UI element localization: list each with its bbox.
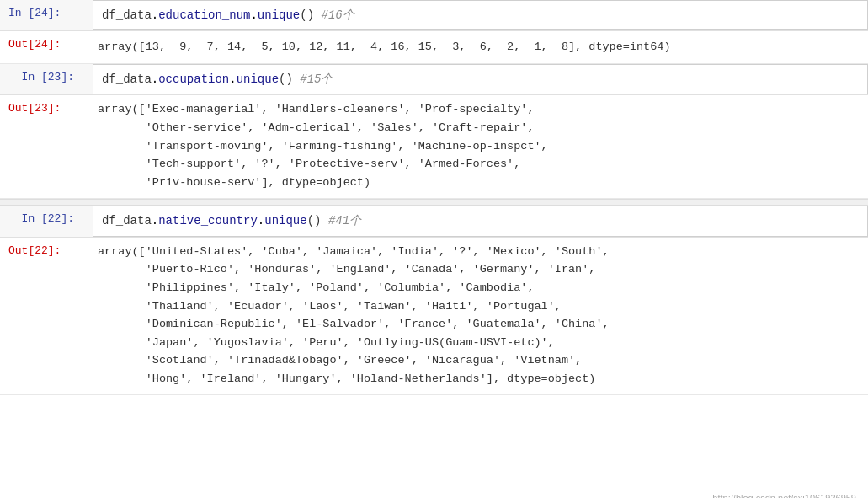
cell-label-out-22: Out[22]: (0, 238, 93, 264)
cell-input-22: In [22]: df_data.native_country.unique()… (0, 206, 868, 237)
cell-label-in-24: In [24]: (0, 0, 93, 26)
cell-output-text-23: array(['Exec-managerial', 'Handlers-clea… (93, 95, 868, 198)
cell-output-23: Out[23]: array(['Exec-managerial', 'Hand… (0, 95, 868, 199)
code-text-24: df_data.education_num.unique() #16个 (102, 8, 354, 22)
cell-code-24[interactable]: df_data.education_num.unique() #16个 (93, 0, 868, 30)
cell-code-23[interactable]: df_data.occupation.unique() #15个 (93, 64, 868, 94)
code-text-23: df_data.occupation.unique() #15个 (102, 72, 333, 86)
cell-output-24: Out[24]: array([13, 9, 7, 14, 5, 10, 12,… (0, 31, 868, 64)
cell-output-text-24: array([13, 9, 7, 14, 5, 10, 12, 11, 4, 1… (93, 31, 868, 63)
cell-label-out-24: Out[24]: (0, 31, 93, 57)
cell-output-22: Out[22]: array(['United-States', 'Cuba',… (0, 238, 868, 396)
cell-label-in-22: In [22]: (0, 206, 93, 232)
cell-code-22[interactable]: df_data.native_country.unique() #41个 (93, 206, 868, 236)
notebook: In [24]: df_data.education_num.unique() … (0, 0, 868, 498)
cell-input-24: In [24]: df_data.education_num.unique() … (0, 0, 868, 31)
watermark: http://blog.csdn.net/sxi1061926959 (0, 491, 861, 498)
cell-label-out-23: Out[23]: (0, 95, 93, 121)
code-text-22: df_data.native_country.unique() #41个 (102, 214, 361, 228)
cell-label-in-23: In [23]: (0, 64, 93, 90)
section-divider (0, 199, 868, 206)
cell-input-23: In [23]: df_data.occupation.unique() #15… (0, 64, 868, 95)
cell-output-text-22: array(['United-States', 'Cuba', 'Jamaica… (93, 238, 868, 395)
